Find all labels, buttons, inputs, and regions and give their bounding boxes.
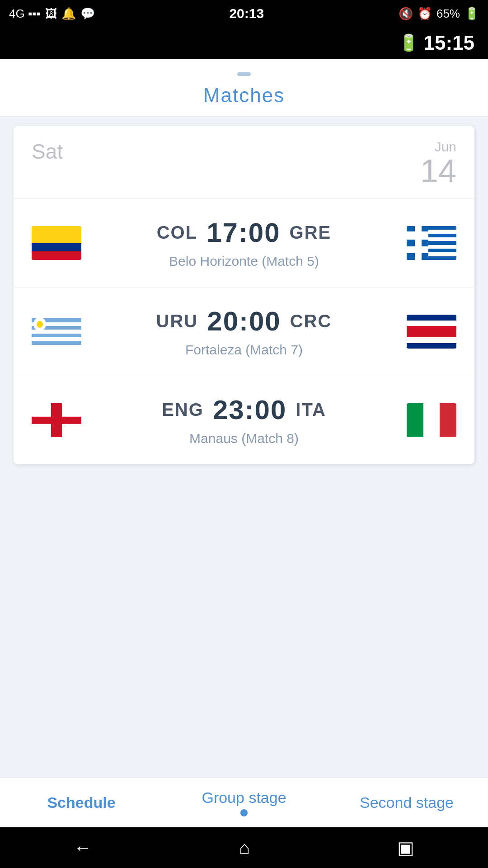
nav-group-stage[interactable]: Group stage	[163, 782, 325, 823]
match-1-time: 17:00	[206, 217, 280, 248]
date-number: 14	[420, 153, 456, 189]
greece-flag	[407, 226, 456, 260]
notification-icon: 🔔	[61, 7, 76, 21]
match-1-info: COL 17:00 GRE Belo Horizonte (Match 5)	[81, 217, 407, 269]
uruguay-flag	[32, 315, 81, 349]
main-content: Sat Jun 14 COL 17:00 GRE Belo Horizonte …	[0, 117, 488, 482]
nav-second-stage-label: Second stage	[360, 794, 454, 811]
match-2-venue: Fortaleza (Match 7)	[90, 342, 398, 358]
nav-schedule[interactable]: Schedule	[0, 787, 163, 818]
time-bar: 🔋 15:15	[0, 27, 488, 59]
colombia-flag	[32, 226, 81, 260]
match-3-away-code: ITA	[296, 400, 326, 420]
status-bar: 4G ▪▪▪ 🖼 🔔 💬 20:13 🔇 ⏰ 65% 🔋	[0, 0, 488, 27]
bottom-nav: Schedule Group stage Second stage	[0, 778, 488, 827]
status-left: 4G ▪▪▪ 🖼 🔔 💬	[9, 7, 95, 21]
header-dot	[237, 72, 251, 76]
battery-percent: 65%	[436, 7, 460, 21]
match-card: Sat Jun 14 COL 17:00 GRE Belo Horizonte …	[14, 126, 474, 464]
match-2-home-code: URU	[156, 311, 198, 331]
wechat-icon: 💬	[80, 7, 95, 21]
italy-flag	[407, 403, 456, 437]
match-3-venue: Manaus (Match 8)	[90, 431, 398, 446]
alarm-icon: ⏰	[418, 7, 432, 21]
match-2-info: URU 20:00 CRC Fortaleza (Match 7)	[81, 306, 407, 358]
date-month-day: Jun 14	[420, 139, 456, 187]
recent-button[interactable]: ▣	[397, 837, 414, 858]
system-nav: ← ⌂ ▣	[0, 827, 488, 868]
date-header: Sat Jun 14	[14, 126, 474, 199]
nav-active-dot	[240, 809, 248, 816]
match-row[interactable]: ENG 23:00 ITA Manaus (Match 8)	[14, 376, 474, 464]
back-button[interactable]: ←	[74, 838, 92, 858]
match-3-score-line: ENG 23:00 ITA	[90, 394, 398, 425]
match-2-score-line: URU 20:00 CRC	[90, 306, 398, 337]
home-button[interactable]: ⌂	[239, 838, 250, 858]
match-3-time: 23:00	[213, 394, 286, 425]
match-1-score-line: COL 17:00 GRE	[90, 217, 398, 248]
network-indicator: 4G ▪▪▪	[9, 7, 41, 21]
match-1-away-code: GRE	[290, 222, 332, 243]
match-row[interactable]: URU 20:00 CRC Fortaleza (Match 7)	[14, 288, 474, 376]
status-time: 20:13	[229, 6, 264, 21]
nav-second-stage[interactable]: Second stage	[325, 787, 488, 818]
mute-icon: 🔇	[399, 7, 413, 21]
battery-green-icon: 🔋	[399, 33, 419, 52]
match-1-venue: Belo Horizonte (Match 5)	[90, 254, 398, 269]
match-1-home-code: COL	[157, 222, 197, 243]
match-3-info: ENG 23:00 ITA Manaus (Match 8)	[81, 394, 407, 446]
app-header: Matches	[0, 59, 488, 117]
england-flag	[32, 403, 81, 437]
nav-schedule-label: Schedule	[47, 794, 115, 811]
nav-group-stage-label: Group stage	[202, 789, 286, 806]
match-row[interactable]: COL 17:00 GRE Belo Horizonte (Match 5)	[14, 199, 474, 288]
date-month: Jun	[420, 139, 456, 155]
status-right: 🔇 ⏰ 65% 🔋	[399, 7, 479, 21]
page-title: Matches	[0, 84, 488, 107]
date-day: Sat	[32, 139, 63, 164]
match-2-away-code: CRC	[290, 311, 332, 331]
photo-icon: 🖼	[45, 7, 57, 21]
match-2-time: 20:00	[207, 306, 281, 337]
secondary-time: 15:15	[423, 32, 474, 54]
battery-icon: 🔋	[465, 7, 479, 21]
costa-rica-flag	[407, 315, 456, 349]
match-3-home-code: ENG	[162, 400, 204, 420]
